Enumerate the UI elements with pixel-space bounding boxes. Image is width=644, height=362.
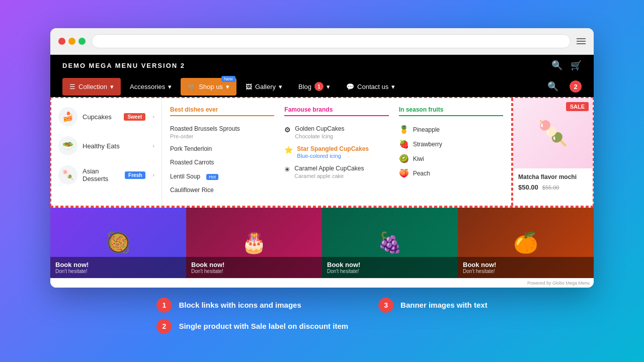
brussels-sub: Pre-order bbox=[170, 133, 240, 139]
arrow-icon-2: › bbox=[152, 143, 154, 149]
banner-4-sub: Don't hesitate! bbox=[463, 268, 589, 274]
nav-item-shop[interactable]: New 🛒 Shop us ▾ bbox=[181, 78, 236, 96]
badge-1: 1 bbox=[314, 82, 324, 91]
cupcakes-label: Cupcakes bbox=[83, 113, 119, 121]
chevron-icon-6: ▾ bbox=[391, 83, 395, 90]
peach-icon: 🍑 bbox=[399, 168, 409, 178]
banner-3[interactable]: 🍇 Book now! Don't hesitate! bbox=[322, 208, 458, 278]
search-icon[interactable]: 🔍 bbox=[551, 60, 562, 71]
cauliflower-title: Cauliflower Rice bbox=[170, 187, 214, 195]
star-sub: Blue-colored icing bbox=[297, 153, 369, 159]
powered-text: Powered by Globo Mega Menu bbox=[50, 278, 594, 288]
chevron-icon-4: ▾ bbox=[279, 83, 282, 90]
cart-icon[interactable]: 🛒 bbox=[571, 60, 582, 71]
main-panel: Best dishes ever Roasted Brussels Sprout… bbox=[162, 98, 512, 206]
caramel-sub: Caramel apple cake bbox=[294, 173, 364, 179]
pineapple-icon: 🍍 bbox=[399, 125, 409, 134]
col-best-dishes: Best dishes ever Roasted Brussels Sprout… bbox=[170, 106, 274, 198]
ann-text-1: Block links with icons and images bbox=[179, 301, 301, 309]
chat-icon: 💬 bbox=[346, 83, 354, 90]
nav-item-blog[interactable]: Blog 1 ▾ bbox=[291, 77, 337, 96]
banner-2-overlay: Book now! Don't hesitate! bbox=[186, 257, 322, 278]
nav-item-collection[interactable]: ☰ Collection ▾ bbox=[62, 78, 121, 96]
banner-1-overlay: Book now! Don't hesitate! bbox=[50, 257, 186, 278]
kiwi-name: Kiwi bbox=[413, 155, 424, 162]
sidebar-item-cupcakes[interactable]: 🍰 Cupcakes Sweet › bbox=[51, 102, 162, 131]
site-nav: ☰ Collection ▾ Accessories ▾ New 🛒 Shop … bbox=[50, 76, 594, 97]
brussels-title: Roasted Brussels Sprouts bbox=[170, 125, 240, 133]
star-title: Star Spangled CupCakes bbox=[297, 145, 369, 153]
close-dot[interactable] bbox=[58, 38, 65, 45]
annotation-col-left: 1 Block links with icons and images 2 Si… bbox=[156, 298, 348, 334]
banner-row: 🥘 Book now! Don't hesitate! 🎂 Book now! … bbox=[50, 207, 594, 278]
golden-sub: Chocolate Icing bbox=[295, 133, 344, 139]
chevron-icon-5: ▾ bbox=[327, 83, 330, 90]
link-caramel[interactable]: ✳ Caramel Apple CupCakes Caramel apple c… bbox=[284, 162, 388, 182]
minimize-dot[interactable] bbox=[68, 38, 75, 45]
link-cauliflower[interactable]: Cauliflower Rice bbox=[170, 184, 274, 198]
panel-columns: Best dishes ever Roasted Brussels Sprout… bbox=[170, 106, 503, 198]
browser-chrome bbox=[50, 28, 594, 55]
nav-item-accessories[interactable]: Accessories ▾ bbox=[123, 78, 179, 96]
asian-thumb: 🍡 bbox=[58, 165, 77, 185]
maximize-dot[interactable] bbox=[78, 38, 86, 45]
ann-num-1: 1 bbox=[156, 298, 172, 313]
sidebar-item-healthy[interactable]: 🥗 Healthy Eats › bbox=[51, 131, 162, 160]
carrots-title: Roasted Carrots bbox=[170, 159, 214, 167]
star-icon: ⭐ bbox=[284, 146, 293, 154]
browser-window: DEMO MEGA MENU VERSION 2 🔍 🛒 ☰ Collectio… bbox=[50, 28, 594, 288]
annotation-1: 1 Block links with icons and images bbox=[156, 298, 348, 313]
banner-1[interactable]: 🥘 Book now! Don't hesitate! bbox=[50, 208, 186, 278]
fruit-pineapple[interactable]: 🍍 Pineapple bbox=[399, 122, 503, 137]
nav-search-icon[interactable]: 🔍 bbox=[542, 76, 564, 97]
peach-name: Peach bbox=[413, 170, 430, 177]
ann-text-2: Single product with Sale label on discou… bbox=[179, 322, 348, 330]
price-new: $50.00 bbox=[518, 184, 538, 191]
ann-num-2: 2 bbox=[156, 319, 172, 334]
annotations: 1 Block links with icons and images 2 Si… bbox=[146, 298, 497, 334]
link-carrots[interactable]: Roasted Carrots bbox=[170, 156, 274, 170]
col-fruits: In season fruits 🍍 Pineapple 🍓 Strawberr… bbox=[399, 106, 503, 198]
url-bar[interactable] bbox=[92, 34, 571, 48]
link-golden[interactable]: ⚙ Golden CupCakes Chocolate Icing bbox=[284, 122, 388, 142]
fresh-tag: Fresh bbox=[125, 171, 145, 179]
banner-1-title: Book now! bbox=[55, 261, 181, 268]
kiwi-icon: 🥝 bbox=[399, 154, 409, 163]
browser-menu-icon[interactable] bbox=[577, 38, 586, 44]
banner-2[interactable]: 🎂 Book now! Don't hesitate! bbox=[186, 208, 322, 278]
sale-badge: SALE bbox=[566, 102, 589, 111]
col2-title: Famouse brands bbox=[284, 106, 388, 116]
badge-2: 2 bbox=[570, 80, 582, 93]
fruit-peach[interactable]: 🍑 Peach bbox=[399, 166, 503, 180]
link-lentil[interactable]: Lentil Soup Hot bbox=[170, 170, 274, 184]
link-brussels[interactable]: Roasted Brussels Sprouts Pre-order bbox=[170, 122, 274, 142]
arrow-icon-1: › bbox=[152, 114, 154, 120]
lentil-title: Lentil Soup bbox=[170, 173, 200, 181]
gear-icon: ⚙ bbox=[284, 126, 291, 134]
fruit-kiwi[interactable]: 🥝 Kiwi bbox=[399, 151, 503, 166]
sidebar-item-asian[interactable]: 🍡 Asian Desserts Fresh › bbox=[51, 160, 162, 190]
banner-3-overlay: Book now! Don't hesitate! bbox=[322, 257, 458, 278]
strawberry-name: Strawberry bbox=[413, 141, 442, 148]
ann-text-3: Banner images with text bbox=[400, 301, 488, 309]
col-brands: Famouse brands ⚙ Golden CupCakes Chocola… bbox=[284, 106, 388, 198]
col1-title: Best dishes ever bbox=[170, 106, 274, 116]
fruit-strawberry[interactable]: 🍓 Strawberry bbox=[399, 137, 503, 151]
new-badge: New bbox=[221, 76, 235, 82]
site-logo: DEMO MEGA MENU VERSION 2 bbox=[62, 62, 185, 69]
banner-1-sub: Don't hesitate! bbox=[55, 268, 181, 274]
site-header: DEMO MEGA MENU VERSION 2 🔍 🛒 bbox=[50, 55, 594, 76]
chevron-icon-3: ▾ bbox=[226, 83, 229, 90]
link-star[interactable]: ⭐ Star Spangled CupCakes Blue-colored ic… bbox=[284, 142, 388, 162]
header-icons: 🔍 🛒 bbox=[551, 60, 582, 71]
banner-4-overlay: Book now! Don't hesitate! bbox=[458, 257, 594, 278]
banner-3-sub: Don't hesitate! bbox=[327, 268, 453, 274]
link-pork[interactable]: Pork Tenderloin bbox=[170, 142, 274, 156]
banner-4[interactable]: 🍊 Book now! Don't hesitate! bbox=[458, 208, 594, 278]
chevron-icon: ▾ bbox=[110, 83, 114, 90]
product-name: Matcha flavor mochi bbox=[518, 173, 588, 180]
nav-item-contact[interactable]: 💬 Contact us ▾ bbox=[339, 78, 402, 96]
chevron-icon-2: ▾ bbox=[168, 83, 172, 90]
product-card[interactable]: SALE 🍡 Matcha flavor mochi $50.00 $55.00 bbox=[513, 98, 593, 196]
nav-item-gallery[interactable]: 🖼 Gallery ▾ bbox=[238, 78, 289, 96]
